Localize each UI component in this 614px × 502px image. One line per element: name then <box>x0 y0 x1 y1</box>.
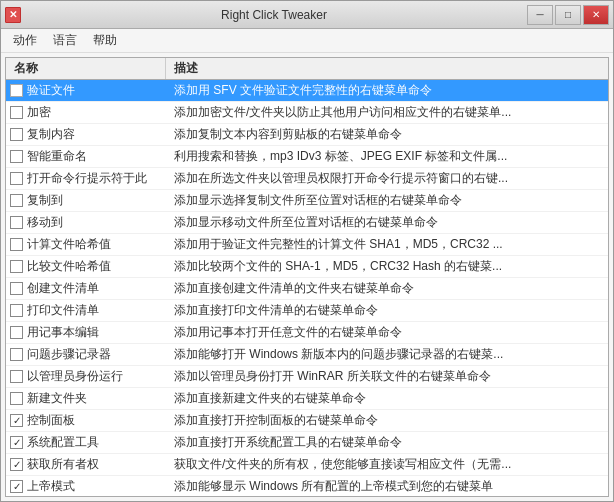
row-checkbox[interactable] <box>10 238 23 251</box>
table-row[interactable]: 加密添加加密文件/文件夹以防止其他用户访问相应文件的右键菜单... <box>6 102 608 124</box>
window-icon-close[interactable]: ✕ <box>5 7 21 23</box>
table-row[interactable]: 移动到添加显示移动文件所至位置对话框的右键菜单命令 <box>6 212 608 234</box>
close-button[interactable]: ✕ <box>583 5 609 25</box>
row-desc-text: 添加复制文本内容到剪贴板的右键菜单命令 <box>166 124 608 145</box>
table-row[interactable]: 打印文件清单添加直接打印文件清单的右键菜单命令 <box>6 300 608 322</box>
table-row[interactable]: 上帝模式添加能够显示 Windows 所有配置的上帝模式到您的右键菜单 <box>6 476 608 496</box>
row-checkbox[interactable] <box>10 84 23 97</box>
row-name-text: 智能重命名 <box>27 148 87 165</box>
row-desc-text: 添加直接新建文件夹的右键菜单命令 <box>166 388 608 409</box>
menu-action[interactable]: 动作 <box>5 30 45 51</box>
row-name-text: 比较文件哈希值 <box>27 258 111 275</box>
row-name-col: 验证文件 <box>6 80 166 101</box>
row-desc-text: 添加以管理员身份打开 WinRAR 所关联文件的右键菜单命令 <box>166 366 608 387</box>
menu-help[interactable]: 帮助 <box>85 30 125 51</box>
row-name-col: 计算文件哈希值 <box>6 234 166 255</box>
row-name-text: 新建文件夹 <box>27 390 87 407</box>
row-name-col: 加密 <box>6 102 166 123</box>
table-row[interactable]: 比较文件哈希值添加比较两个文件的 SHA-1，MD5，CRC32 Hash 的右… <box>6 256 608 278</box>
table-row[interactable]: 计算文件哈希值添加用于验证文件完整性的计算文件 SHA1，MD5，CRC32 .… <box>6 234 608 256</box>
row-desc-text: 添加在所选文件夹以管理员权限打开命令行提示符窗口的右键... <box>166 168 608 189</box>
menu-language[interactable]: 语言 <box>45 30 85 51</box>
maximize-button[interactable]: □ <box>555 5 581 25</box>
row-checkbox[interactable] <box>10 304 23 317</box>
row-checkbox[interactable] <box>10 370 23 383</box>
row-checkbox[interactable] <box>10 458 23 471</box>
row-checkbox[interactable] <box>10 260 23 273</box>
row-name-text: 控制面板 <box>27 412 75 429</box>
row-name-text: 用记事本编辑 <box>27 324 99 341</box>
row-desc-text: 添加能够显示 Windows 所有配置的上帝模式到您的右键菜单 <box>166 476 608 496</box>
table-row[interactable]: 用记事本编辑添加用记事本打开任意文件的右键菜单命令 <box>6 322 608 344</box>
row-name-text: 移动到 <box>27 214 63 231</box>
row-name-text: 复制到 <box>27 192 63 209</box>
row-name-text: 计算文件哈希值 <box>27 236 111 253</box>
row-name-text: 以管理员身份运行 <box>27 368 123 385</box>
row-name-col: 控制面板 <box>6 410 166 431</box>
row-checkbox[interactable] <box>10 128 23 141</box>
row-desc-text: 添加显示选择复制文件所至位置对话框的右键菜单命令 <box>166 190 608 211</box>
row-checkbox[interactable] <box>10 414 23 427</box>
row-desc-text: 添加直接打开控制面板的右键菜单命令 <box>166 410 608 431</box>
row-name-col: 复制到 <box>6 190 166 211</box>
table-header: 名称 描述 <box>6 58 608 80</box>
table-row[interactable]: 控制面板添加直接打开控制面板的右键菜单命令 <box>6 410 608 432</box>
table-row[interactable]: 以管理员身份运行添加以管理员身份打开 WinRAR 所关联文件的右键菜单命令 <box>6 366 608 388</box>
row-desc-text: 利用搜索和替换，mp3 IDv3 标签、JPEG EXIF 标签和文件属... <box>166 146 608 167</box>
row-checkbox[interactable] <box>10 282 23 295</box>
main-window: ✕ Right Click Tweaker ─ □ ✕ 动作 语言 帮助 名称 … <box>0 0 614 502</box>
row-checkbox[interactable] <box>10 216 23 229</box>
row-checkbox[interactable] <box>10 348 23 361</box>
row-desc-text: 添加加密文件/文件夹以防止其他用户访问相应文件的右键菜单... <box>166 102 608 123</box>
table-row[interactable]: 获取所有者权获取文件/文件夹的所有权，使您能够直接读写相应文件（无需... <box>6 454 608 476</box>
row-name-col: 智能重命名 <box>6 146 166 167</box>
row-desc-text: 添加直接创建文件清单的文件夹右键菜单命令 <box>166 278 608 299</box>
row-name-text: 系统配置工具 <box>27 434 99 451</box>
content-area: 名称 描述 验证文件添加用 SFV 文件验证文件完整性的右键菜单命令加密添加加密… <box>5 57 609 497</box>
row-checkbox[interactable] <box>10 150 23 163</box>
row-desc-text: 添加显示移动文件所至位置对话框的右键菜单命令 <box>166 212 608 233</box>
row-checkbox[interactable] <box>10 392 23 405</box>
table-row[interactable]: 问题步骤记录器添加能够打开 Windows 新版本内的问题步骤记录器的右键菜..… <box>6 344 608 366</box>
row-desc-text: 获取文件/文件夹的所有权，使您能够直接读写相应文件（无需... <box>166 454 608 475</box>
table-body: 验证文件添加用 SFV 文件验证文件完整性的右键菜单命令加密添加加密文件/文件夹… <box>6 80 608 496</box>
row-desc-text: 添加直接打开系统配置工具的右键菜单命令 <box>166 432 608 453</box>
row-name-text: 上帝模式 <box>27 478 75 495</box>
row-name-text: 验证文件 <box>27 82 75 99</box>
table-row[interactable]: 打开命令行提示符于此添加在所选文件夹以管理员权限打开命令行提示符窗口的右键... <box>6 168 608 190</box>
row-desc-text: 添加用于验证文件完整性的计算文件 SHA1，MD5，CRC32 ... <box>166 234 608 255</box>
row-name-col: 复制内容 <box>6 124 166 145</box>
row-name-col: 用记事本编辑 <box>6 322 166 343</box>
minimize-button[interactable]: ─ <box>527 5 553 25</box>
row-desc-text: 添加比较两个文件的 SHA-1，MD5，CRC32 Hash 的右键菜... <box>166 256 608 277</box>
row-name-col: 打印文件清单 <box>6 300 166 321</box>
row-name-text: 打开命令行提示符于此 <box>27 170 147 187</box>
table-row[interactable]: 系统配置工具添加直接打开系统配置工具的右键菜单命令 <box>6 432 608 454</box>
row-checkbox[interactable] <box>10 106 23 119</box>
row-name-col: 打开命令行提示符于此 <box>6 168 166 189</box>
table-row[interactable]: 复制到添加显示选择复制文件所至位置对话框的右键菜单命令 <box>6 190 608 212</box>
row-name-col: 新建文件夹 <box>6 388 166 409</box>
table-row[interactable]: 智能重命名利用搜索和替换，mp3 IDv3 标签、JPEG EXIF 标签和文件… <box>6 146 608 168</box>
row-name-text: 打印文件清单 <box>27 302 99 319</box>
row-checkbox[interactable] <box>10 172 23 185</box>
table-row[interactable]: 新建文件夹添加直接新建文件夹的右键菜单命令 <box>6 388 608 410</box>
row-checkbox[interactable] <box>10 480 23 493</box>
col-name-header: 名称 <box>6 58 166 79</box>
row-name-text: 获取所有者权 <box>27 456 99 473</box>
row-name-text: 加密 <box>27 104 51 121</box>
row-checkbox[interactable] <box>10 436 23 449</box>
table-row[interactable]: 验证文件添加用 SFV 文件验证文件完整性的右键菜单命令 <box>6 80 608 102</box>
row-name-col: 比较文件哈希值 <box>6 256 166 277</box>
row-checkbox[interactable] <box>10 326 23 339</box>
table-row[interactable]: 复制内容添加复制文本内容到剪贴板的右键菜单命令 <box>6 124 608 146</box>
window-title: Right Click Tweaker <box>21 8 527 22</box>
row-name-col: 以管理员身份运行 <box>6 366 166 387</box>
col-desc-header: 描述 <box>166 58 608 79</box>
table-row[interactable]: 创建文件清单添加直接创建文件清单的文件夹右键菜单命令 <box>6 278 608 300</box>
row-name-col: 移动到 <box>6 212 166 233</box>
row-name-col: 问题步骤记录器 <box>6 344 166 365</box>
row-name-col: 上帝模式 <box>6 476 166 496</box>
row-name-text: 创建文件清单 <box>27 280 99 297</box>
row-checkbox[interactable] <box>10 194 23 207</box>
